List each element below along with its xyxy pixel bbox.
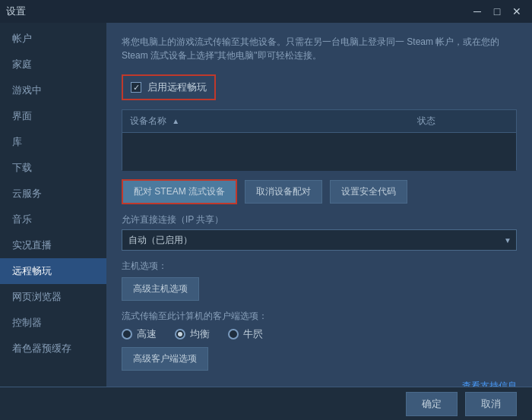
description-text: 将您电脑上的游戏流式传输至其他设备。只需在另一台电脑上登录同一 Steam 帐户… — [122, 35, 517, 62]
advanced-host-options-button[interactable]: 高级主机选项 — [122, 277, 199, 301]
radio-circle-potato[interactable] — [228, 329, 239, 339]
settings-window: 设置 ─ □ ✕ 帐户 家庭 游戏中 界面 库 下载 云服务 音乐 实况直播 远… — [0, 0, 532, 420]
pair-button-row: 配对 STEAM 流式设备 取消设备配对 设置安全代码 — [122, 179, 517, 204]
client-options-section: 流式传输至此计算机的客户端选项： 高速 均衡 牛屄 高级客户端选项 — [122, 310, 517, 371]
client-options-label: 流式传输至此计算机的客户端选项： — [122, 310, 517, 323]
table-header: 设备名称 ▲ 状态 — [122, 110, 516, 133]
minimize-button[interactable]: ─ — [468, 4, 486, 19]
sidebar-item-browser[interactable]: 网页浏览器 — [0, 284, 106, 310]
sidebar-item-broadcast[interactable]: 实况直播 — [0, 232, 106, 258]
sort-arrow-icon: ▲ — [172, 117, 179, 125]
sidebar-item-downloads[interactable]: 下载 — [0, 155, 106, 181]
content-area: 帐户 家庭 游戏中 界面 库 下载 云服务 音乐 实况直播 远程畅玩 网页浏览器… — [0, 23, 532, 387]
sidebar-item-controller[interactable]: 控制器 — [0, 310, 106, 336]
security-code-button[interactable]: 设置安全代码 — [330, 180, 407, 204]
radio-circle-balanced[interactable] — [175, 329, 185, 339]
main-panel: 将您电脑上的游戏流式传输至其他设备。只需在另一台电脑上登录同一 Steam 帐户… — [106, 23, 532, 387]
sidebar-item-shader-cache[interactable]: 着色器预缓存 — [0, 336, 106, 362]
enable-checkbox[interactable] — [131, 82, 141, 93]
quality-radio-group: 高速 均衡 牛屄 — [122, 327, 517, 341]
radio-label-potato: 牛屄 — [243, 327, 263, 341]
sidebar-item-interface[interactable]: 界面 — [0, 103, 106, 129]
support-link[interactable]: 查看支持信息 — [462, 380, 517, 387]
pair-steam-button[interactable]: 配对 STEAM 流式设备 — [122, 179, 237, 204]
device-table: 设备名称 ▲ 状态 — [122, 109, 517, 170]
host-options-label: 主机选项： — [122, 260, 517, 273]
sidebar-item-cloud[interactable]: 云服务 — [0, 181, 106, 207]
radio-label-balanced: 均衡 — [190, 327, 210, 341]
radio-potato[interactable]: 牛屄 — [228, 327, 263, 341]
table-body — [122, 133, 516, 171]
radio-label-fast: 高速 — [137, 327, 157, 341]
sidebar-item-library[interactable]: 库 — [0, 129, 106, 155]
sidebar-item-remote-play[interactable]: 远程畅玩 — [0, 258, 106, 284]
direct-connection-label: 允许直接连接（IP 共享） — [122, 213, 517, 226]
col-status: 状态 — [417, 115, 508, 128]
sidebar-item-account[interactable]: 帐户 — [0, 26, 106, 52]
window-controls: ─ □ ✕ — [468, 4, 526, 19]
close-button[interactable]: ✕ — [508, 4, 526, 19]
direct-connection-section: 允许直接连接（IP 共享） 自动（已启用） ▼ — [122, 213, 517, 251]
direct-connection-select-wrapper[interactable]: 自动（已启用） ▼ — [122, 229, 517, 251]
direct-connection-select[interactable]: 自动（已启用） — [122, 230, 499, 250]
select-arrow-icon: ▼ — [499, 236, 516, 245]
confirm-button[interactable]: 确定 — [406, 392, 458, 416]
cancel-button[interactable]: 取消 — [465, 392, 517, 416]
window-title: 设置 — [6, 5, 26, 18]
sidebar-item-in-game[interactable]: 游戏中 — [0, 77, 106, 103]
enable-label: 启用远程畅玩 — [147, 81, 207, 94]
sidebar-item-family[interactable]: 家庭 — [0, 52, 106, 77]
host-options-section: 主机选项： 高级主机选项 — [122, 260, 517, 301]
radio-circle-fast[interactable] — [122, 329, 132, 339]
col-device-name[interactable]: 设备名称 ▲ — [130, 115, 417, 128]
sidebar-item-music[interactable]: 音乐 — [0, 207, 106, 232]
title-bar: 设置 ─ □ ✕ — [0, 0, 532, 23]
advanced-client-options-button[interactable]: 高级客户端选项 — [122, 347, 208, 371]
bottom-bar: 确定 取消 — [0, 387, 532, 420]
enable-remote-play-row[interactable]: 启用远程畅玩 — [122, 74, 216, 100]
sidebar: 帐户 家庭 游戏中 界面 库 下载 云服务 音乐 实况直播 远程畅玩 网页浏览器… — [0, 23, 106, 387]
maximize-button[interactable]: □ — [488, 4, 506, 19]
unpair-button[interactable]: 取消设备配对 — [245, 180, 322, 204]
radio-fast[interactable]: 高速 — [122, 327, 157, 341]
radio-balanced[interactable]: 均衡 — [175, 327, 210, 341]
